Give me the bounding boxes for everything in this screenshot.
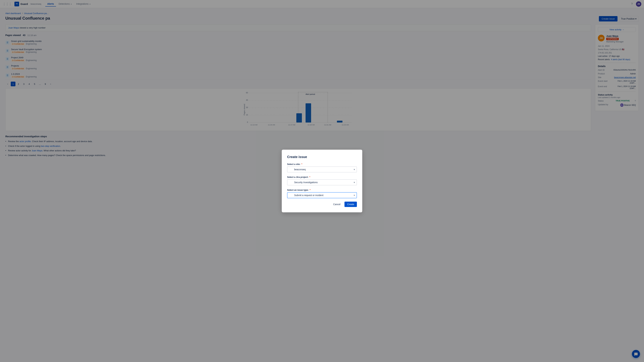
issue-type-form-group: Select an issue type: * Submit a request… [287, 189, 357, 198]
issue-type-select-display[interactable]: Submit a request or incident ▾ [287, 192, 357, 198]
modal-overlay[interactable]: Create issue Select a site: * beacons [0, 0, 644, 362]
site-select-wrapper: beaconseq ▾ [287, 166, 357, 172]
site-label: Select a site: * [287, 163, 357, 165]
site-required: * [301, 163, 302, 165]
project-select-display[interactable]: Security Investigations ▾ [287, 179, 357, 185]
modal-title: Create issue [287, 155, 357, 159]
create-issue-modal: Create issue Select a site: * beacons [282, 150, 362, 212]
site-select-value: beaconseq [294, 168, 350, 171]
chevron-down-icon: ▾ [354, 194, 355, 197]
issue-type-select-wrapper: Submit a request or incident ▾ [287, 192, 357, 198]
create-button[interactable]: Create [344, 202, 357, 207]
project-label: Select a Jira project: * [287, 176, 357, 178]
site-form-group: Select a site: * beaconseq ▾ [287, 163, 357, 172]
modal-actions: Cancel Create [287, 202, 357, 207]
chevron-down-icon: ▾ [354, 168, 355, 171]
issue-type-select-value: Submit a request or incident [294, 194, 350, 197]
project-select-wrapper: Security Investigations ▾ [287, 179, 357, 185]
project-required: * [310, 176, 310, 178]
project-select-value: Security Investigations [294, 181, 350, 184]
site-select-display[interactable]: beaconseq ▾ [287, 166, 357, 172]
issue-type-label: Select an issue type: * [287, 189, 357, 191]
issue-type-required: * [310, 189, 310, 191]
chevron-down-icon: ▾ [354, 181, 355, 184]
cancel-button[interactable]: Cancel [330, 202, 343, 207]
project-form-group: Select a Jira project: * Security Invest… [287, 176, 357, 185]
